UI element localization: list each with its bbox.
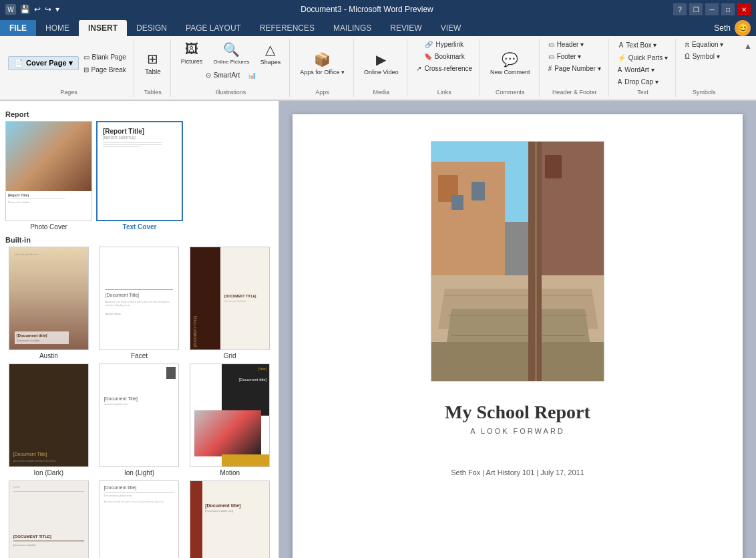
title-bar-right: ? ❐ ─ □ ✕	[673, 3, 751, 15]
document-area[interactable]: My School Report A LOOK FORWARD Seth Fox…	[279, 101, 756, 558]
sideline-sub: [Presented subtitle text]	[104, 494, 174, 497]
motion-title: [Document title]	[238, 378, 266, 382]
semaphore-title: [DOCUMENT TITLE]	[13, 535, 84, 539]
tab-home[interactable]: HOME	[36, 20, 79, 36]
ion-light-sub: abstract subtitle text	[104, 402, 174, 406]
tab-page-layout[interactable]: PAGE LAYOUT	[176, 20, 250, 36]
online-pictures-button[interactable]: 🔍 Online Pictures	[208, 39, 254, 68]
online-video-button[interactable]: ▶ Online Video	[359, 49, 403, 78]
equation-button[interactable]: π Equation ▾	[681, 39, 727, 50]
hyperlink-button[interactable]: 🔗 Hyperlink	[421, 39, 467, 50]
cover-item-sideline[interactable]: [Document title] [Presented subtitle tex…	[96, 480, 183, 558]
smartart-button[interactable]: ⊙ SmartArt	[202, 69, 243, 81]
user-name: Seth	[714, 23, 731, 33]
photo-cover-thumb[interactable]: [Report Title] Document subtitle	[5, 121, 92, 221]
motion-label: Motion	[220, 469, 240, 476]
undo-quick-btn[interactable]: ↩	[33, 5, 42, 14]
header-icon: ▭	[548, 41, 554, 48]
tab-review[interactable]: REVIEW	[381, 20, 431, 36]
cover-page-button[interactable]: 📄 Cover Page ▾	[8, 56, 79, 70]
text-cover-subtitle: [REPORT SUBTITLE]	[103, 136, 176, 140]
ion-light-label: Ion (Light)	[124, 469, 154, 476]
whisp-thumb[interactable]: [Document title] [Presented subtitle tex…	[190, 480, 270, 558]
austin-thumb[interactable]: abstract subtitle text [Document title] …	[9, 247, 89, 350]
sideline-thumb[interactable]: [Document title] [Presented subtitle tex…	[99, 480, 179, 558]
text-label: Text	[637, 88, 648, 97]
table-icon: ⊞	[147, 51, 158, 67]
sideline-preview: [Document title] [Presented subtitle tex…	[100, 481, 178, 558]
cover-item-photo-cover[interactable]: [Report Title] Document subtitle Photo C…	[5, 121, 92, 231]
quick-parts-button[interactable]: ⚡ Quick Parts ▾	[614, 52, 671, 63]
customize-quick-btn[interactable]: ▾	[54, 5, 61, 14]
tab-mailings[interactable]: MAILINGS	[324, 20, 381, 36]
sideline-title: [Document title]	[104, 485, 174, 493]
title-bar: W 💾 ↩ ↪ ▾ Document3 - Microsoft Word Pre…	[0, 0, 756, 19]
ion-dark-thumb[interactable]: [Document Title] document subtitle abstr…	[9, 364, 89, 467]
tab-insert[interactable]: INSERT	[79, 20, 127, 36]
symbols-label: Symbols	[693, 88, 716, 97]
cross-reference-button[interactable]: ↗ Cross-reference	[413, 63, 476, 74]
tables-label: Tables	[144, 88, 162, 97]
close-button[interactable]: ✕	[737, 3, 751, 15]
collapse-ribbon-button[interactable]: ▲	[744, 41, 752, 51]
cover-item-text-cover[interactable]: [Report Title] [REPORT SUBTITLE] Text Co…	[96, 121, 183, 231]
minimize-button[interactable]: ─	[705, 3, 719, 15]
cover-item-ion-dark[interactable]: [Document Title] document subtitle abstr…	[5, 364, 92, 476]
ion-light-thumb[interactable]: [Document Title] abstract subtitle text	[99, 364, 179, 467]
photo-cover-preview: [Report Title] Document subtitle	[6, 122, 91, 221]
pictures-button[interactable]: 🖼 Pictures	[176, 39, 208, 68]
wordart-button[interactable]: A WordArt ▾	[614, 64, 658, 76]
table-button[interactable]: ⊞ Table	[140, 48, 166, 78]
blank-page-button[interactable]: ▭ Blank Page	[80, 51, 130, 63]
redo-quick-btn[interactable]: ↪	[43, 5, 53, 14]
facet-thumb[interactable]: [Document Title] Abstract text body cont…	[99, 247, 179, 350]
blank-page-icon: ▭	[83, 53, 89, 61]
text-box-button[interactable]: A Text Box ▾	[614, 39, 662, 51]
cover-panel[interactable]: Report [Report Title] Document subtitle …	[0, 101, 279, 558]
symbol-button[interactable]: Ω Symbol ▾	[681, 51, 723, 62]
shapes-button[interactable]: △ Shapes	[256, 39, 286, 68]
austin-box: [Document title] [Document subtitle]	[15, 331, 69, 344]
sideline-body: Abstract body text goes here for preview…	[104, 500, 174, 503]
motion-img	[194, 410, 261, 456]
apps-label: Apps for Office ▾	[300, 69, 345, 76]
help-button[interactable]: ?	[673, 3, 687, 15]
ion-light-title: [Document Title]	[104, 396, 174, 401]
chart-button[interactable]: 📊	[244, 69, 259, 81]
cover-item-grid[interactable]: [DOCUMENT TITLE] Document Subtitle [DOCU…	[186, 247, 273, 360]
save-quick-btn[interactable]: 💾	[19, 5, 31, 14]
cover-item-motion[interactable]: [Year] [Document title] Motion	[186, 364, 273, 476]
cover-item-semaphore[interactable]: [year] [DOCUMENT TITLE] [document subtit…	[5, 480, 92, 558]
window-title: Document3 - Microsoft Word Preview	[61, 5, 673, 14]
tab-file[interactable]: FILE	[0, 20, 36, 36]
footer-button[interactable]: ▭ Footer ▾	[545, 51, 585, 62]
document-info: Seth Fox | Art History 101 | July 17, 20…	[451, 468, 584, 476]
grid-label: Grid	[224, 352, 236, 360]
motion-bar: [Year] [Document title]	[222, 364, 269, 416]
drop-cap-button[interactable]: A Drop Cap ▾	[614, 76, 662, 88]
svg-rect-14	[471, 182, 485, 200]
cover-page-label: Cover Page ▾	[26, 59, 73, 67]
maximize-button[interactable]: □	[721, 3, 735, 15]
page-number-button[interactable]: # Page Number ▾	[545, 63, 604, 74]
cover-item-austin[interactable]: abstract subtitle text [Document title] …	[5, 247, 92, 360]
bookmark-button[interactable]: 🔖 Bookmark	[421, 51, 468, 62]
tab-references[interactable]: REFERENCES	[250, 20, 324, 36]
page-break-button[interactable]: ⊟ Page Break	[80, 64, 130, 76]
tab-view[interactable]: VIEW	[431, 20, 471, 36]
pictures-icon: 🖼	[185, 41, 198, 57]
tab-design[interactable]: DESIGN	[127, 20, 176, 36]
cover-item-ion-light[interactable]: [Document Title] abstract subtitle text …	[96, 364, 183, 476]
semaphore-thumb[interactable]: [year] [DOCUMENT TITLE] [document subtit…	[9, 480, 89, 558]
restore-button[interactable]: ❐	[689, 3, 703, 15]
cover-item-whisp[interactable]: [Document title] [Presented subtitle tex…	[186, 480, 273, 558]
text-cover-thumb[interactable]: [Report Title] [REPORT SUBTITLE]	[96, 121, 183, 221]
motion-thumb[interactable]: [Year] [Document title]	[190, 364, 270, 467]
header-button[interactable]: ▭ Header ▾	[545, 39, 588, 50]
online-pictures-icon: 🔍	[223, 41, 240, 57]
new-comment-button[interactable]: 💬 New Comment	[486, 49, 535, 78]
grid-thumb[interactable]: [DOCUMENT TITLE] Document Subtitle [DOCU…	[190, 247, 270, 350]
cover-item-facet[interactable]: [Document Title] Abstract text body cont…	[96, 247, 183, 360]
apps-for-office-button[interactable]: 📦 Apps for Office ▾	[295, 49, 349, 78]
title-bar-left: W 💾 ↩ ↪ ▾	[5, 4, 61, 15]
